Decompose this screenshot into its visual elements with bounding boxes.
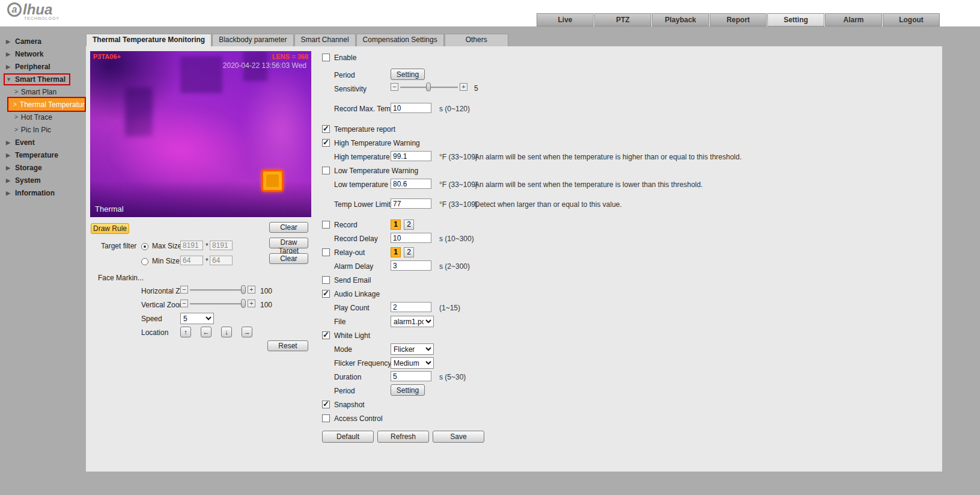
refresh-button[interactable]: Refresh: [377, 431, 429, 443]
record-max-temp-input[interactable]: [391, 103, 431, 113]
minus-icon[interactable]: −: [180, 286, 188, 294]
record-delay-input[interactable]: [391, 233, 431, 243]
period2-setting-button[interactable]: Setting: [391, 384, 425, 396]
reset-button[interactable]: Reset: [267, 340, 308, 351]
sidebar-item-temperature[interactable]: ▶ Temperature: [0, 149, 86, 161]
sidebar-item-system[interactable]: ▶ System: [0, 174, 86, 186]
slider-track[interactable]: [400, 82, 458, 91]
record-channel-1-button[interactable]: 1: [391, 220, 401, 230]
plus-icon[interactable]: +: [248, 286, 255, 294]
snapshot-checkbox[interactable]: [322, 401, 330, 408]
sidebar-item-thermal-temperature[interactable]: > Thermal Temperature...: [8, 98, 85, 111]
max-size-height-input[interactable]: [210, 241, 233, 250]
low-temperature-input[interactable]: [391, 179, 431, 189]
clear-rule-button[interactable]: Clear: [269, 222, 308, 233]
sidebar-item-network[interactable]: ▶ Network: [0, 48, 86, 60]
alarm-delay-hint: s (2~300): [439, 262, 470, 271]
relay-out-channel-1-button[interactable]: 1: [391, 247, 401, 257]
clear-target-button[interactable]: Clear: [269, 253, 308, 264]
slider-thumb[interactable]: [426, 82, 431, 91]
tab-thermal-temperature-monitoring[interactable]: Thermal Temperature Monitoring: [86, 34, 212, 46]
mode-label: Mode: [334, 345, 352, 354]
high-temperature-warning-checkbox[interactable]: [322, 139, 330, 147]
nav-ptz-button[interactable]: PTZ: [594, 13, 651, 26]
osd-timestamp: 2020-04-22 13:56:03 Wed: [223, 61, 306, 70]
nav-report-button[interactable]: Report: [710, 13, 767, 26]
temp-lower-limit-input[interactable]: [391, 198, 431, 209]
sidebar-item-information[interactable]: ▶ Information: [0, 186, 86, 199]
default-button[interactable]: Default: [322, 431, 374, 443]
slider-thumb[interactable]: [241, 299, 246, 308]
plus-icon[interactable]: +: [460, 83, 467, 91]
low-temperature-warning-checkbox[interactable]: [322, 167, 330, 174]
nav-logout-button[interactable]: Logout: [883, 13, 940, 26]
sidebar-item-pic-in-pic[interactable]: > Pic In Pic: [0, 123, 86, 136]
draw-rule-button[interactable]: Draw Rule: [91, 223, 129, 234]
horizontal-zoom-slider[interactable]: − +: [180, 285, 255, 294]
mode-select[interactable]: Flicker: [391, 343, 434, 355]
access-control-checkbox[interactable]: [322, 414, 330, 422]
plus-icon[interactable]: +: [248, 300, 255, 307]
tab-others[interactable]: Others: [445, 34, 508, 46]
sidebar-item-label: Camera: [15, 37, 41, 46]
alarm-delay-input[interactable]: [391, 260, 431, 271]
sidebar-item-smart-plan[interactable]: > Smart Plan: [0, 85, 86, 98]
temp-lower-limit-description: Detect when larger than or equal to this…: [475, 200, 622, 209]
period-setting-button[interactable]: Setting: [391, 69, 425, 80]
sensitivity-value: 5: [474, 84, 478, 93]
record-channel-2-button[interactable]: 2: [404, 220, 414, 230]
record-label: Record: [334, 221, 358, 229]
minus-icon[interactable]: −: [391, 83, 398, 91]
location-right-button[interactable]: →: [242, 327, 252, 337]
min-size-height-input[interactable]: [210, 256, 233, 265]
max-size-radio[interactable]: [141, 243, 148, 250]
flicker-frequency-label: Flicker Frequency: [334, 359, 391, 367]
tab-compensation-settings[interactable]: Compensation Settings: [356, 34, 444, 46]
send-email-checkbox[interactable]: [322, 276, 330, 284]
sidebar-item-smart-thermal[interactable]: ▼ Smart Thermal: [0, 73, 86, 85]
sidebar-item-hot-trace[interactable]: > Hot Trace: [0, 111, 86, 123]
slider-thumb[interactable]: [241, 285, 246, 294]
play-count-input[interactable]: [391, 302, 431, 312]
relay-out-channel-2-button[interactable]: 2: [404, 247, 414, 257]
location-down-button[interactable]: ↓: [221, 327, 232, 337]
draw-target-button[interactable]: Draw Target: [269, 238, 308, 248]
nav-playback-button[interactable]: Playback: [652, 13, 709, 26]
tab-blackbody-parameter[interactable]: Blackbody parameter: [212, 34, 293, 46]
chevron-right-icon: ▶: [6, 177, 11, 183]
chevron-right-icon: ▶: [6, 165, 11, 171]
access-control-label: Access Control: [334, 414, 383, 423]
sidebar-item-peripheral[interactable]: ▶ Peripheral: [0, 60, 86, 73]
nav-alarm-button[interactable]: Alarm: [825, 13, 882, 26]
max-size-width-input[interactable]: [180, 241, 203, 250]
sidebar-item-camera[interactable]: ▶ Camera: [0, 35, 86, 48]
slider-track[interactable]: [190, 285, 246, 294]
nav-setting-button[interactable]: Setting: [767, 13, 824, 26]
record-checkbox[interactable]: [322, 221, 330, 229]
min-size-radio[interactable]: [141, 258, 148, 265]
speed-select[interactable]: 5: [180, 313, 214, 324]
sidebar-item-event[interactable]: ▶ Event: [0, 136, 86, 149]
duration-input[interactable]: [391, 371, 431, 381]
white-light-checkbox[interactable]: [322, 331, 330, 339]
audio-linkage-checkbox[interactable]: [322, 290, 330, 298]
relay-out-checkbox[interactable]: [322, 248, 330, 256]
minus-icon[interactable]: −: [180, 300, 188, 307]
slider-track[interactable]: [190, 299, 246, 308]
file-select[interactable]: alarm1.pcr: [391, 316, 434, 327]
sensitivity-slider[interactable]: − +: [391, 82, 467, 91]
vertical-zoom-slider[interactable]: − +: [180, 299, 255, 308]
thermal-video-preview[interactable]: P3TA06+ LENS = 368 2020-04-22 13:56:03 W…: [90, 51, 311, 217]
flicker-frequency-select[interactable]: Medium: [391, 357, 434, 369]
horizontal-zoom-value: 100: [260, 287, 272, 295]
min-size-width-input[interactable]: [180, 256, 203, 265]
temperature-report-checkbox[interactable]: [322, 125, 330, 133]
location-up-button[interactable]: ↑: [180, 327, 191, 337]
location-left-button[interactable]: ←: [201, 327, 212, 337]
tab-smart-channel[interactable]: Smart Channel: [294, 34, 356, 46]
enable-checkbox[interactable]: [322, 54, 330, 61]
nav-live-button[interactable]: Live: [537, 13, 594, 26]
sidebar-item-storage[interactable]: ▶ Storage: [0, 161, 86, 174]
high-temperature-input[interactable]: [391, 151, 431, 161]
save-button[interactable]: Save: [433, 431, 484, 443]
